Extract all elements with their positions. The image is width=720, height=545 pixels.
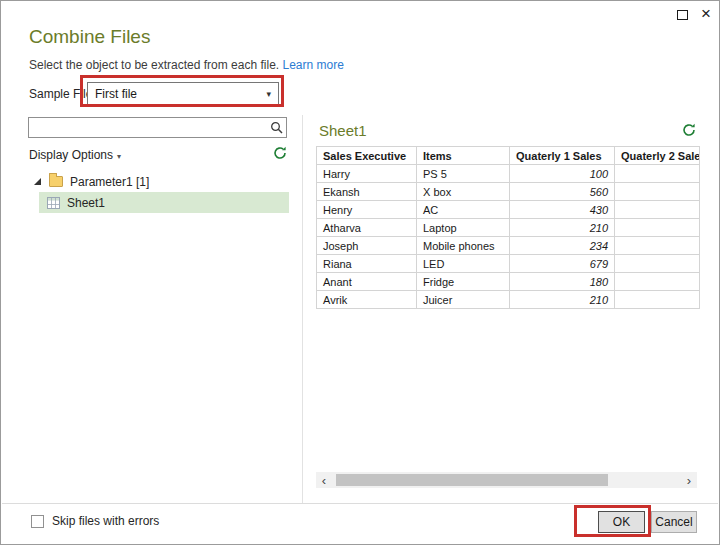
scroll-right-icon[interactable]: › [681,473,697,488]
table-cell [615,237,700,255]
cancel-button[interactable]: Cancel [651,511,697,533]
tree-item-label: Parameter1 [1] [70,175,149,189]
table-cell [615,201,700,219]
scroll-left-icon[interactable]: ‹ [316,473,332,488]
table-cell: Fridge [417,273,510,291]
table-cell: 234 [510,237,615,255]
navigator-tree: Parameter1 [1] Sheet1 [29,171,289,213]
sample-file-value: First file [95,87,137,101]
column-header: Quaterly 2 Sales [615,147,700,165]
learn-more-link[interactable]: Learn more [282,58,343,72]
table-row: AnantFridge180 [317,273,700,291]
folder-icon [49,176,63,187]
combine-files-dialog: × Combine Files Select the object to be … [0,0,720,545]
table-row: AvrikJuicer210 [317,291,700,309]
table-cell: Harry [317,165,417,183]
skip-files-label: Skip files with errors [52,514,159,528]
table-cell: 430 [510,201,615,219]
skip-files-checkbox[interactable] [31,515,44,528]
table-cell: Ekansh [317,183,417,201]
table-cell: 100 [510,165,615,183]
table-cell [615,165,700,183]
table-row: AtharvaLaptop210 [317,219,700,237]
table-cell: Avrik [317,291,417,309]
table-cell: 180 [510,273,615,291]
chevron-down-icon: ▾ [266,89,271,99]
refresh-list-icon[interactable] [273,146,287,164]
table-cell [615,273,700,291]
refresh-preview-icon[interactable] [682,123,696,141]
sheet-icon [47,197,60,209]
expand-triangle-icon[interactable] [34,178,41,185]
search-input[interactable] [29,118,266,137]
tree-item-parameter1[interactable]: Parameter1 [1] [29,171,289,192]
tree-item-label: Sheet1 [67,196,105,210]
table-cell: Laptop [417,219,510,237]
table-row: HarryPS 5100 [317,165,700,183]
tree-item-sheet1[interactable]: Sheet1 [39,192,289,213]
table-row: JosephMobile phones234 [317,237,700,255]
chevron-down-icon: ▾ [117,152,121,161]
table-cell [615,219,700,237]
column-header: Quaterly 1 Sales [510,147,615,165]
table-row: RianaLED679 [317,255,700,273]
skip-files-option: Skip files with errors [31,514,159,528]
table-cell: X box [417,183,510,201]
dialog-subtitle: Select the object to be extracted from e… [29,58,344,72]
close-icon[interactable]: × [701,5,711,22]
preview-table-head: Sales ExecutiveItemsQuaterly 1 SalesQuat… [317,147,700,165]
preview-table: Sales ExecutiveItemsQuaterly 1 SalesQuat… [316,146,700,309]
preview-title: Sheet1 [319,122,367,139]
table-cell: Anant [317,273,417,291]
dialog-title: Combine Files [29,26,150,48]
table-cell: AC [417,201,510,219]
table-cell: Riana [317,255,417,273]
table-cell: Mobile phones [417,237,510,255]
display-options-dropdown[interactable]: Display Options▾ [29,148,121,162]
table-cell: LED [417,255,510,273]
table-cell [615,291,700,309]
table-cell: Juicer [417,291,510,309]
table-cell: 210 [510,291,615,309]
table-cell [615,255,700,273]
subtitle-text: Select the object to be extracted from e… [29,58,279,72]
horizontal-scrollbar[interactable]: ‹ › [316,472,697,488]
table-cell: 560 [510,183,615,201]
table-cell: Joseph [317,237,417,255]
column-header: Items [417,147,510,165]
table-cell: Atharva [317,219,417,237]
preview-table-body: HarryPS 5100EkanshX box560HenryAC430Atha… [317,165,700,309]
window-controls: × [677,5,711,22]
table-cell: 210 [510,219,615,237]
column-header: Sales Executive [317,147,417,165]
footer-divider [2,503,718,504]
sample-file-dropdown[interactable]: First file ▾ [87,82,279,105]
display-options-label: Display Options [29,148,113,162]
table-cell: PS 5 [417,165,510,183]
search-icon[interactable] [266,121,286,134]
table-cell [615,183,700,201]
table-cell: 679 [510,255,615,273]
table-row: HenryAC430 [317,201,700,219]
search-box [28,117,287,138]
table-cell: Henry [317,201,417,219]
restore-icon[interactable] [677,10,688,20]
table-row: EkanshX box560 [317,183,700,201]
ok-button[interactable]: OK [598,511,645,533]
sample-file-label: Sample File: [29,87,96,101]
pane-divider [302,115,303,503]
scrollbar-thumb[interactable] [336,474,608,486]
